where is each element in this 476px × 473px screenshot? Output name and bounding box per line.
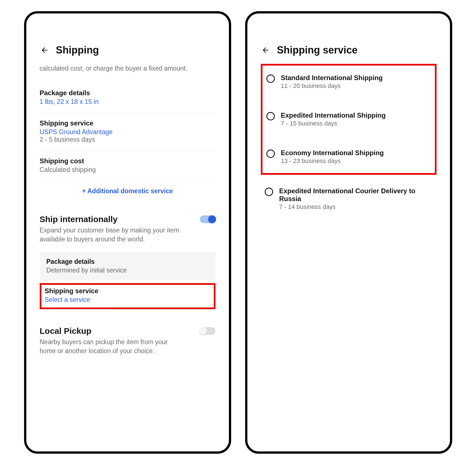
add-domestic-service-button[interactable]: + Additional domestic service xyxy=(40,182,215,203)
option-title: Economy International Shipping xyxy=(281,149,384,157)
divider xyxy=(40,112,215,113)
divider xyxy=(40,150,215,150)
page-title: Shipping xyxy=(56,44,99,56)
shipping-cost-item[interactable]: Shipping cost Calculated shipping xyxy=(40,152,215,179)
divider xyxy=(112,309,215,309)
header-row: Shipping xyxy=(40,44,215,56)
local-pickup-desc: Nearby buyers can pickup the item from y… xyxy=(40,337,185,355)
option-sub: 13 - 23 business days xyxy=(281,157,384,165)
option-title: Expedited International Courier Delivery… xyxy=(279,187,435,203)
phone-left: Shipping calculated cost, or charge the … xyxy=(24,11,231,454)
intl-shipping-service-label: Shipping service xyxy=(45,287,210,295)
highlighted-options-group: Standard International Shipping 11 - 20 … xyxy=(261,64,437,175)
intl-package-details-label: Package details xyxy=(46,258,209,265)
back-button[interactable] xyxy=(40,45,49,55)
ship-internationally-section: Ship internationally Expand your custome… xyxy=(40,215,215,309)
package-details-label: Package details xyxy=(40,89,215,97)
radio-icon xyxy=(265,188,273,196)
arrow-left-icon xyxy=(261,46,270,54)
phone-right: Shipping service Standard International … xyxy=(245,11,452,454)
shipping-cost-label: Shipping cost xyxy=(40,157,215,165)
option-title: Expedited International Shipping xyxy=(281,111,386,119)
toggle-knob xyxy=(208,215,216,223)
header-row: Shipping service xyxy=(261,44,437,56)
ship-intl-toggle[interactable] xyxy=(200,215,215,223)
shipping-service-item[interactable]: Shipping service USPS Ground Advantage 2… xyxy=(40,114,215,148)
local-pickup-toggle[interactable] xyxy=(200,327,215,335)
intl-package-details-value: Determined by initial service xyxy=(46,267,209,274)
ship-intl-title: Ship internationally xyxy=(40,215,118,224)
shipping-service-value[interactable]: USPS Ground Advantage xyxy=(40,128,215,136)
shipping-options-list: Standard International Shipping 11 - 20 … xyxy=(261,64,437,217)
intl-shipping-service-select[interactable]: Select a service xyxy=(45,296,210,304)
back-button[interactable] xyxy=(261,45,270,55)
shipping-option-expedited-intl[interactable]: Expedited International Shipping 7 - 15 … xyxy=(265,105,432,134)
radio-icon xyxy=(266,112,275,120)
intl-package-details-card: Package details Determined by initial se… xyxy=(40,252,215,280)
radio-icon xyxy=(266,74,275,83)
shipping-service-days: 2 - 5 business days xyxy=(40,136,215,143)
arrow-left-icon xyxy=(40,46,49,54)
shipping-option-economy-intl[interactable]: Economy International Shipping 13 - 23 b… xyxy=(265,142,432,171)
option-sub: 11 - 20 business days xyxy=(281,82,383,90)
local-pickup-section: Local Pickup Nearby buyers can pickup th… xyxy=(40,326,215,355)
option-title: Standard International Shipping xyxy=(281,74,383,82)
intl-shipping-service-highlight: Shipping service Select a service xyxy=(40,283,215,309)
ship-intl-desc: Expand your customer base by making your… xyxy=(40,226,185,244)
shipping-option-standard-intl[interactable]: Standard International Shipping 11 - 20 … xyxy=(265,67,432,96)
shipping-service-label: Shipping service xyxy=(40,119,215,127)
option-sub: 7 - 15 business days xyxy=(281,120,386,127)
shipping-option-expedited-russia[interactable]: Expedited International Courier Delivery… xyxy=(261,180,437,217)
shipping-cost-value: Calculated shipping xyxy=(40,166,215,174)
package-details-value[interactable]: 1 lbs, 22 x 18 x 15 in xyxy=(40,98,215,106)
divider xyxy=(40,180,215,181)
option-sub: 7 - 14 business days xyxy=(279,203,435,211)
package-details-item[interactable]: Package details 1 lbs, 22 x 18 x 15 in xyxy=(40,84,215,111)
intro-text: calculated cost, or charge the buyer a f… xyxy=(40,64,215,73)
radio-icon xyxy=(266,150,275,158)
page-title: Shipping service xyxy=(277,44,358,56)
local-pickup-title: Local Pickup xyxy=(40,326,92,336)
toggle-knob xyxy=(199,327,207,335)
